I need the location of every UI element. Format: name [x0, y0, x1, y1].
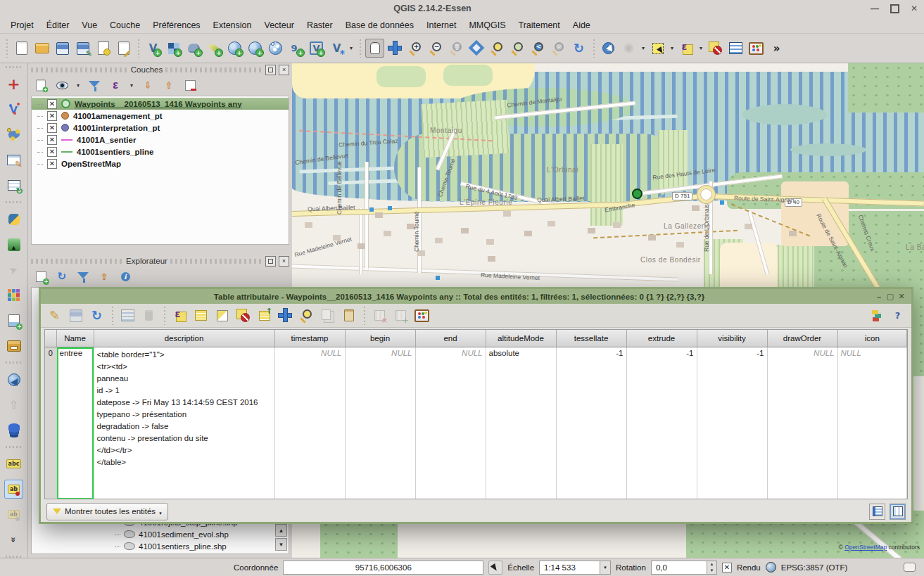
dialog-maximize-button[interactable]: ▢: [885, 292, 896, 301]
identify-features-icon[interactable]: [599, 39, 618, 58]
zoom-in-icon[interactable]: [406, 39, 425, 58]
filter-browser-icon[interactable]: [75, 268, 91, 285]
digitizing-icon[interactable]: [4, 100, 23, 119]
help-button[interactable]: [888, 306, 907, 325]
copy-selected-rows-icon[interactable]: [318, 306, 337, 325]
pan-to-selected-icon[interactable]: [276, 306, 295, 325]
add-postgis-layer-icon[interactable]: [184, 39, 203, 58]
save-project-as-icon[interactable]: [73, 39, 92, 58]
cell-altitudemode[interactable]: absolute: [486, 347, 556, 500]
add-raster-layer-icon[interactable]: [164, 39, 183, 58]
dialog-close-button[interactable]: ✕: [896, 292, 907, 301]
zoom-native-icon[interactable]: [447, 39, 466, 58]
new-layer-dropdown-arrow-icon[interactable]: [348, 39, 355, 58]
column-header-extrude[interactable]: extrude: [626, 330, 697, 347]
feature-action-dropdown-arrow-icon[interactable]: [640, 39, 647, 58]
menu-preferences[interactable]: Préférences: [146, 17, 206, 34]
archive-icon[interactable]: [4, 336, 23, 355]
menu-projet[interactable]: Projet: [4, 17, 40, 34]
delete-column-icon[interactable]: [370, 306, 389, 325]
crs-globe-icon[interactable]: [766, 562, 776, 572]
maximize-button[interactable]: [885, 2, 904, 15]
sync-upload-icon[interactable]: [4, 395, 23, 414]
render-checkbox[interactable]: ✕: [722, 563, 732, 572]
scale-combobox[interactable]: 1:14 533 ▾: [539, 561, 611, 575]
pan-map-icon[interactable]: [365, 39, 384, 58]
db-manager-icon[interactable]: [4, 421, 23, 440]
column-header-tessellate[interactable]: tessellate: [556, 330, 626, 347]
coordinate-input[interactable]: 95716,6006306: [283, 561, 483, 575]
highlight-labels-icon[interactable]: [4, 505, 23, 524]
dock-attribute-table-icon[interactable]: [867, 306, 886, 325]
close-panel-button[interactable]: ×: [279, 256, 289, 267]
cell-end[interactable]: NULL: [415, 347, 486, 500]
remove-layer-icon[interactable]: [182, 77, 198, 94]
crs-status[interactable]: EPSG:3857 (OTF): [781, 563, 848, 572]
menu-internet[interactable]: Internet: [420, 17, 462, 34]
paste-features-icon[interactable]: [339, 306, 358, 325]
select-by-expression-icon[interactable]: [170, 306, 189, 325]
expand-all-icon[interactable]: [139, 77, 156, 94]
open-attribute-table-icon[interactable]: [726, 39, 745, 58]
openstreetmap-link[interactable]: OpenStreetMap: [844, 544, 887, 551]
new-print-composer-icon[interactable]: [94, 39, 113, 58]
cell-extrude[interactable]: -1: [626, 347, 697, 500]
row-number[interactable]: 0: [45, 347, 56, 500]
column-header-end[interactable]: end: [415, 330, 486, 347]
select-by-expression-icon[interactable]: [677, 39, 696, 58]
form-view-button[interactable]: [869, 504, 885, 520]
close-panel-button[interactable]: ×: [279, 65, 289, 75]
selected-waypoint-marker[interactable]: [632, 188, 643, 199]
mouse-extent-toggle-icon[interactable]: [488, 561, 502, 575]
properties-icon[interactable]: [117, 268, 134, 285]
zoom-next-icon[interactable]: [549, 39, 568, 58]
pan-to-selection-icon[interactable]: [386, 39, 405, 58]
menu-base-de-donnees[interactable]: Base de données: [339, 17, 420, 34]
toolbar-overflow-icon[interactable]: [767, 39, 786, 58]
cell-draworder[interactable]: NULL: [767, 347, 837, 500]
refresh-browser-icon[interactable]: [55, 269, 69, 283]
close-button[interactable]: ✕: [904, 2, 924, 15]
add-delimited-text-layer-icon[interactable]: [286, 39, 305, 58]
new-shapefile-layer-icon[interactable]: [327, 39, 346, 58]
reload-table-icon[interactable]: [87, 306, 106, 325]
select-expression-dropdown-arrow-icon[interactable]: [697, 39, 704, 58]
browser-file-row[interactable]: 41001sediment_evol.shp: [32, 528, 289, 540]
column-header-draworder[interactable]: drawOrder: [767, 330, 837, 347]
offline-editing-icon[interactable]: [4, 370, 23, 389]
add-selected-layer-icon[interactable]: [32, 268, 49, 285]
cell-timestamp[interactable]: NULL: [274, 347, 345, 500]
menu-editer[interactable]: Éditer: [40, 17, 76, 34]
layer-checkbox[interactable]: ✕: [47, 159, 57, 169]
float-panel-button[interactable]: [265, 65, 276, 75]
menu-traitement[interactable]: Traitement: [512, 17, 567, 34]
spin-up-icon[interactable]: ▲: [707, 561, 716, 568]
column-header-icon[interactable]: icon: [837, 330, 907, 347]
add-virtual-layer-icon[interactable]: [307, 39, 326, 58]
column-header-visibility[interactable]: visibility: [697, 330, 767, 347]
column-header-description[interactable]: description: [94, 330, 274, 347]
add-wfs-layer-icon[interactable]: [266, 39, 285, 58]
table-view-button[interactable]: [890, 504, 906, 520]
expression-dropdown-arrow-icon[interactable]: [128, 76, 135, 95]
menu-raster[interactable]: Raster: [300, 17, 339, 34]
cell-description[interactable]: <table border="1"> <tr><td> panneau id -…: [94, 347, 274, 500]
open-project-icon[interactable]: [32, 39, 51, 58]
move-selection-to-top-icon[interactable]: [255, 306, 274, 325]
save-edits-icon[interactable]: [66, 306, 85, 325]
layer-row-sentiers-pline[interactable]: ✕ 41001sentiers_pline: [32, 146, 289, 158]
save-project-icon[interactable]: [53, 39, 72, 58]
menu-extension[interactable]: Extension: [207, 17, 258, 34]
menu-aide[interactable]: Aide: [567, 17, 597, 34]
collapse-all-icon[interactable]: [96, 268, 113, 285]
layer-row-amenagement[interactable]: ✕ 41001amenagement_pt: [32, 110, 289, 122]
messages-bubble-icon[interactable]: [904, 563, 916, 572]
visibility-dropdown-arrow-icon[interactable]: [75, 76, 82, 95]
collapse-all-icon[interactable]: [160, 77, 177, 94]
add-image-icon[interactable]: [4, 311, 23, 330]
layer-row-sentier[interactable]: ✕ 41001A_sentier: [32, 134, 289, 146]
layer-checkbox[interactable]: ✕: [47, 147, 57, 157]
annotation-icon[interactable]: [4, 151, 23, 169]
select-features-dropdown-arrow-icon[interactable]: [669, 39, 676, 58]
new-project-icon[interactable]: [12, 39, 31, 58]
